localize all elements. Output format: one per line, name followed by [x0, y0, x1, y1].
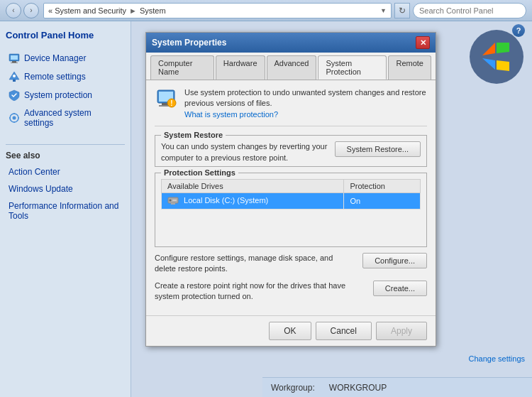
svg-rect-3 [11, 62, 18, 63]
breadcrumb-current: System [140, 6, 166, 15]
protection-settings-section: Protection Settings Available Drives Pro… [155, 173, 427, 303]
protection-settings-label: Protection Settings [161, 168, 238, 177]
dialog-footer: OK Cancel Apply [146, 315, 436, 346]
left-panel: Control Panel Home Device Manager [0, 21, 131, 397]
restore-row: You can undo system changes by reverting… [161, 141, 421, 163]
svg-point-21 [170, 200, 172, 202]
svg-rect-22 [172, 200, 177, 201]
system-protection-label: System protection [24, 90, 92, 100]
title-bar: ‹ › « System and Security ► System ▼ ↻ [0, 0, 532, 21]
see-also-section: See also Action Center Windows Update Pe… [6, 144, 125, 223]
sidebar-item-device-manager[interactable]: Device Manager [6, 50, 125, 66]
create-text: Create a restore point right now for the… [155, 281, 366, 303]
sidebar-item-system-protection[interactable]: System protection [6, 87, 125, 103]
sidebar-item-windows-update[interactable]: Windows Update [6, 182, 125, 196]
dialog-title-bar: System Properties ✕ [146, 33, 436, 53]
info-text: Use system protection to undo unwanted s… [184, 87, 427, 120]
breadcrumb-dropdown-icon[interactable]: ▼ [380, 7, 387, 14]
system-restore-section: System Restore You can undo system chang… [155, 135, 427, 167]
drive-row[interactable]: Local Disk (C:) (System) On [162, 192, 421, 209]
cancel-button[interactable]: Cancel [316, 322, 372, 340]
drive-name: Local Disk (C:) (System) [162, 192, 344, 209]
tab-computer-name[interactable]: Computer Name [150, 55, 214, 80]
protection-outline: Protection Settings Available Drives Pro… [155, 173, 427, 247]
dialog-title: System Properties [152, 38, 416, 48]
nav-buttons: ‹ › [6, 3, 39, 18]
sidebar-item-performance[interactable]: Performance Information and Tools [6, 199, 125, 223]
svg-point-8 [13, 116, 16, 120]
svg-rect-1 [11, 55, 18, 60]
tab-hardware[interactable]: Hardware [216, 55, 265, 80]
dialog-body: ! Use system protection to undo unwanted… [146, 80, 436, 315]
main-window: ‹ › « System and Security ► System ▼ ↻ C… [0, 0, 532, 397]
breadcrumb[interactable]: « System and Security ► System ▼ [43, 3, 392, 18]
forward-button[interactable]: › [23, 3, 39, 18]
dialog-tabs: Computer Name Hardware Advanced System P… [146, 53, 436, 80]
system-restore-button[interactable]: System Restore... [335, 141, 421, 157]
drives-table: Available Drives Protection [161, 179, 421, 210]
ok-button[interactable]: OK [269, 322, 311, 340]
workgroup-label: Workgroup: [271, 383, 315, 393]
info-row: ! Use system protection to undo unwanted… [155, 87, 427, 126]
configure-button[interactable]: Configure... [362, 253, 427, 268]
create-row: Create a restore point right now for the… [155, 281, 427, 303]
sidebar-item-advanced-system[interactable]: Advanced system settings [6, 106, 125, 130]
system-protection-icon [9, 89, 20, 101]
info-link[interactable]: What is system protection? [184, 110, 278, 119]
breadcrumb-separator: ► [129, 6, 137, 15]
windows-logo [468, 28, 525, 85]
content-area: Control Panel Home Device Manager [0, 21, 532, 397]
restore-description: You can undo system changes by reverting… [161, 141, 328, 163]
advanced-system-icon [9, 112, 20, 124]
apply-button[interactable]: Apply [376, 322, 427, 340]
search-input[interactable] [413, 3, 526, 18]
action-center-label: Action Center [9, 167, 60, 177]
configure-text: Configure restore settings, manage disk … [155, 253, 355, 275]
system-properties-dialog: System Properties ✕ Computer Name Hardwa… [145, 32, 436, 347]
info-icon: ! [155, 87, 177, 110]
status-bar: Workgroup: WORKGROUP [262, 377, 532, 397]
right-content: ? Workgroup: WORKGROUP Change settings S… [131, 21, 532, 397]
create-button[interactable]: Create... [373, 281, 427, 296]
svg-point-6 [13, 75, 16, 77]
performance-label: Performance Information and Tools [9, 201, 122, 221]
svg-rect-2 [12, 61, 16, 62]
refresh-button[interactable]: ↻ [394, 3, 410, 18]
drive-icon [167, 196, 184, 205]
col-available-drives: Available Drives [162, 179, 344, 192]
remote-settings-label: Remote settings [24, 72, 86, 82]
drive-protection: On [344, 192, 421, 209]
windows-update-label: Windows Update [9, 184, 73, 194]
device-manager-icon [9, 53, 20, 64]
panel-title: Control Panel Home [6, 28, 125, 42]
device-manager-label: Device Manager [24, 53, 86, 63]
workgroup-value: WORKGROUP [329, 383, 387, 393]
system-restore-label: System Restore [161, 131, 226, 139]
sidebar-item-action-center[interactable]: Action Center [6, 165, 125, 179]
info-description: Use system protection to undo unwanted s… [184, 88, 426, 107]
svg-text:!: ! [170, 99, 172, 107]
breadcrumb-root: « System and Security [48, 6, 126, 15]
tab-remote[interactable]: Remote [388, 55, 431, 80]
col-protection: Protection [344, 179, 421, 192]
help-button[interactable]: ? [512, 24, 525, 37]
svg-rect-23 [171, 203, 175, 205]
tab-advanced[interactable]: Advanced [267, 55, 317, 80]
configure-row: Configure restore settings, manage disk … [155, 253, 427, 275]
see-also-title: See also [6, 151, 125, 161]
advanced-system-label: Advanced system settings [24, 108, 122, 128]
remote-settings-icon [9, 71, 20, 82]
back-button[interactable]: ‹ [6, 3, 21, 18]
tab-system-protection[interactable]: System Protection [318, 55, 387, 80]
svg-point-13 [470, 30, 523, 84]
sidebar-item-remote-settings[interactable]: Remote settings [6, 69, 125, 85]
change-settings-link[interactable]: Change settings [469, 354, 526, 363]
svg-rect-5 [13, 80, 16, 82]
dialog-close-button[interactable]: ✕ [416, 36, 430, 49]
